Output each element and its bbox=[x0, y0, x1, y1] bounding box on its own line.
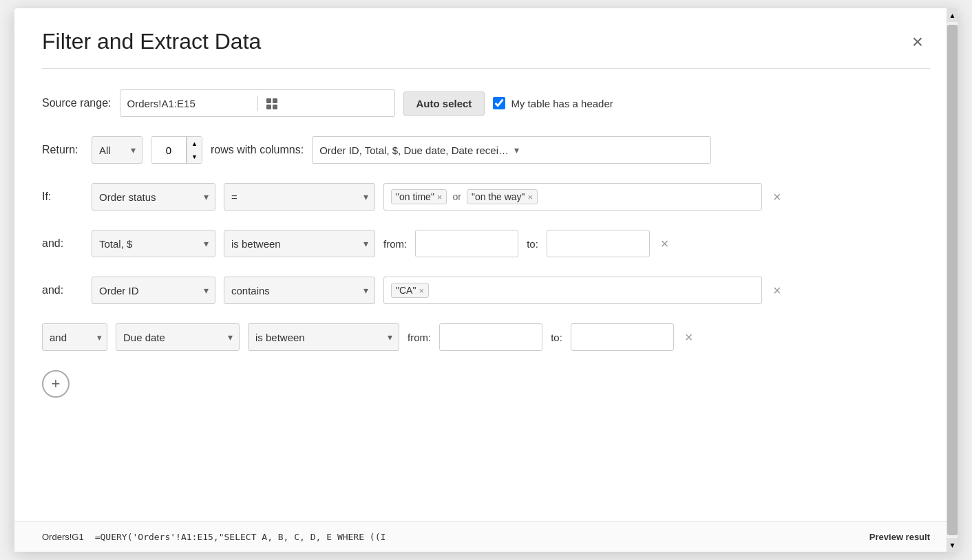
bottom-bar: Orders!G1 =QUERY('Orders'!A1:E15,"SELECT… bbox=[14, 521, 958, 552]
and-3-operator-select[interactable]: = is between contains bbox=[248, 323, 399, 351]
and-2-values-input[interactable]: "CA" × bbox=[383, 277, 762, 304]
and-2-row-remove[interactable]: × bbox=[770, 283, 784, 297]
and-1-to-label: to: bbox=[527, 238, 538, 250]
if-operator-select[interactable]: = ≠ contains is between bbox=[224, 183, 375, 211]
and-2-column-select[interactable]: Order ID Total, $ Due date Date received… bbox=[92, 277, 215, 304]
return-label: Return: bbox=[42, 144, 83, 156]
if-tag-or: or bbox=[451, 191, 462, 202]
return-all-select[interactable]: All First Last bbox=[92, 136, 142, 164]
and-1-column-select[interactable]: Order ID Total, $ Due date Date received… bbox=[92, 230, 215, 257]
if-tag-on-the-way-text: "on the way" bbox=[472, 191, 525, 202]
if-tag-on-time-remove[interactable]: × bbox=[437, 193, 443, 202]
if-tag-on-time-text: "on time" bbox=[396, 191, 434, 202]
spin-up-button[interactable]: ▲ bbox=[187, 137, 202, 150]
if-operator-wrapper: = ≠ contains is between bbox=[224, 183, 375, 211]
and-2-label: and: bbox=[42, 284, 83, 297]
return-all-select-wrapper: All First Last bbox=[92, 136, 142, 164]
filter-if-row: If: Order status Order ID Total, $ Due d… bbox=[42, 183, 930, 211]
scroll-up-button[interactable]: ▲ bbox=[947, 8, 958, 22]
filter-and-1-row: and: Order ID Total, $ Due date Date rec… bbox=[42, 230, 930, 257]
and-3-operator-wrapper: = is between contains bbox=[248, 323, 399, 351]
if-tag-on-time: "on time" × bbox=[391, 189, 447, 204]
if-column-wrapper: Order status Order ID Total, $ Due date … bbox=[92, 183, 215, 211]
if-row-remove[interactable]: × bbox=[770, 190, 784, 204]
if-tag-on-the-way: "on the way" × bbox=[467, 189, 538, 204]
and-1-row-remove[interactable]: × bbox=[658, 237, 672, 250]
scroll-thumb[interactable] bbox=[947, 25, 958, 535]
if-label: If: bbox=[42, 191, 83, 203]
formula-cell-ref: Orders!G1 bbox=[42, 532, 84, 542]
header-checkbox[interactable] bbox=[493, 97, 505, 109]
and-2-operator-select[interactable]: = contains is between bbox=[224, 277, 375, 304]
and-2-tag-ca: "CA" × bbox=[391, 283, 429, 298]
bottom-formula-text: =QUERY('Orders'!A1:E15,"SELECT A, B, C, … bbox=[95, 532, 858, 542]
close-button[interactable]: × bbox=[905, 30, 930, 54]
and-1-operator-wrapper: = is between contains bbox=[224, 230, 375, 257]
and-3-type-select[interactable]: and or bbox=[42, 323, 107, 351]
if-column-select[interactable]: Order status Order ID Total, $ Due date … bbox=[92, 183, 215, 211]
header-checkbox-label[interactable]: My table has a header bbox=[493, 97, 613, 109]
and-2-operator-wrapper: = contains is between bbox=[224, 277, 375, 304]
columns-dropdown-icon: ▾ bbox=[514, 144, 704, 155]
columns-select-value: Order ID, Total, $, Due date, Date recei… bbox=[319, 144, 509, 156]
and-1-from-input[interactable]: 100 bbox=[415, 230, 518, 257]
source-range-input[interactable]: Orders!A1:E15 bbox=[120, 89, 395, 117]
and-1-to-input[interactable]: 250 bbox=[547, 230, 650, 257]
and-3-column-wrapper: Order ID Total, $ Due date Date received… bbox=[116, 323, 240, 351]
and-3-from-input[interactable]: 12/1/2019 bbox=[439, 323, 542, 351]
and-3-from-label: from: bbox=[408, 332, 431, 343]
and-3-column-select[interactable]: Order ID Total, $ Due date Date received… bbox=[116, 323, 240, 351]
scrollbar[interactable]: ▲ ▼ bbox=[947, 8, 958, 552]
grid-icon[interactable] bbox=[257, 96, 388, 110]
filter-extract-dialog: Filter and Extract Data × Source range: … bbox=[14, 8, 958, 552]
and-3-to-input[interactable]: 12/31/2019 bbox=[571, 323, 674, 351]
dialog-header: Filter and Extract Data × bbox=[14, 8, 958, 68]
source-range-value: Orders!A1:E15 bbox=[127, 98, 250, 109]
and-2-tag-ca-remove[interactable]: × bbox=[419, 286, 424, 295]
auto-select-button[interactable]: Auto select bbox=[403, 91, 485, 116]
scroll-down-button[interactable]: ▼ bbox=[947, 538, 958, 552]
and-1-column-wrapper: Order ID Total, $ Due date Date received… bbox=[92, 230, 215, 257]
return-row: Return: All First Last ▲ ▼ rows with col… bbox=[42, 136, 930, 164]
and-2-column-wrapper: Order ID Total, $ Due date Date received… bbox=[92, 277, 215, 304]
columns-label: rows with columns: bbox=[211, 144, 304, 156]
svg-rect-1 bbox=[273, 98, 277, 103]
spin-down-button[interactable]: ▼ bbox=[187, 150, 202, 163]
and-2-tag-ca-text: "CA" bbox=[396, 285, 416, 296]
source-range-label: Source range: bbox=[42, 97, 112, 109]
return-number-input[interactable]: ▲ ▼ bbox=[151, 136, 202, 164]
if-values-input[interactable]: "on time" × or "on the way" × bbox=[383, 183, 762, 211]
source-range-row: Source range: Orders!A1:E15 Auto select … bbox=[42, 89, 930, 117]
dialog-title: Filter and Extract Data bbox=[42, 29, 261, 54]
add-condition-button[interactable]: + bbox=[42, 370, 70, 398]
dialog-body: Source range: Orders!A1:E15 Auto select … bbox=[14, 69, 958, 521]
header-checkbox-text: My table has a header bbox=[511, 98, 613, 109]
and-3-type-wrapper: and or bbox=[42, 323, 107, 351]
and-1-from-label: from: bbox=[383, 238, 407, 250]
preview-result-button[interactable]: Preview result bbox=[869, 532, 930, 542]
if-tag-on-the-way-remove[interactable]: × bbox=[528, 193, 533, 202]
filter-and-2-row: and: Order ID Total, $ Due date Date rec… bbox=[42, 277, 930, 304]
and-3-to-label: to: bbox=[551, 332, 562, 343]
and-1-label: and: bbox=[42, 237, 83, 250]
columns-select[interactable]: Order ID, Total, $, Due date, Date recei… bbox=[312, 136, 711, 164]
return-number-field[interactable] bbox=[151, 137, 186, 163]
filter-and-3-row: and or Order ID Total, $ Due date Date r… bbox=[42, 323, 930, 351]
svg-rect-2 bbox=[266, 105, 271, 109]
svg-rect-3 bbox=[273, 105, 277, 109]
add-row: + bbox=[42, 370, 930, 398]
and-1-operator-select[interactable]: = is between contains bbox=[224, 230, 375, 257]
and-3-row-remove[interactable]: × bbox=[682, 330, 696, 344]
svg-rect-0 bbox=[266, 98, 271, 103]
